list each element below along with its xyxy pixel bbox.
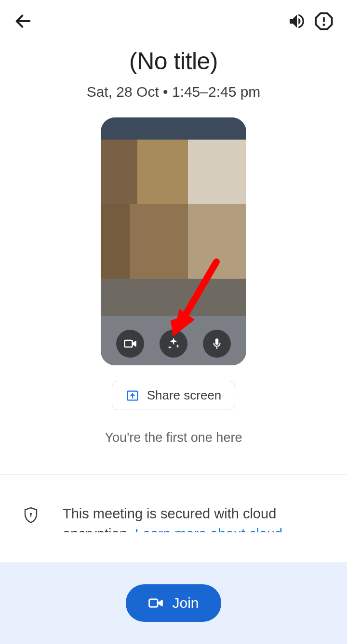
back-button[interactable]	[10, 8, 37, 35]
microphone-icon	[211, 337, 223, 350]
arrow-left-icon	[13, 12, 33, 31]
svg-marker-14	[159, 601, 162, 606]
join-button[interactable]: Join	[126, 584, 221, 622]
participants-status: You're the first one here	[0, 430, 347, 445]
self-video-preview	[101, 117, 246, 365]
share-screen-label: Share screen	[147, 388, 222, 403]
video-icon	[123, 337, 137, 350]
bottom-action-bar: Join	[0, 562, 347, 644]
share-screen-button[interactable]: Share screen	[112, 381, 236, 410]
toggle-microphone-button[interactable]	[203, 330, 231, 358]
video-effects-button[interactable]	[160, 330, 187, 358]
toggle-camera-button[interactable]	[116, 330, 144, 358]
svg-rect-13	[149, 599, 158, 607]
shield-lock-icon	[23, 506, 39, 525]
meeting-datetime: Sat, 28 Oct • 1:45–2:45 pm	[0, 84, 347, 100]
join-label: Join	[172, 595, 199, 611]
sparkle-icon	[166, 336, 181, 351]
svg-rect-9	[216, 347, 217, 349]
report-icon	[314, 12, 334, 31]
meeting-title: (No title)	[0, 47, 347, 75]
svg-rect-7	[124, 340, 132, 347]
speaker-icon	[287, 12, 307, 31]
video-join-icon	[148, 595, 163, 611]
present-icon	[126, 389, 139, 402]
report-problem-button[interactable]	[310, 8, 337, 35]
camera-feed-blurred	[101, 117, 246, 365]
audio-output-button[interactable]	[283, 8, 310, 35]
svg-rect-12	[30, 514, 31, 516]
encryption-notice: This meeting is secured with cloud encry…	[0, 475, 347, 532]
